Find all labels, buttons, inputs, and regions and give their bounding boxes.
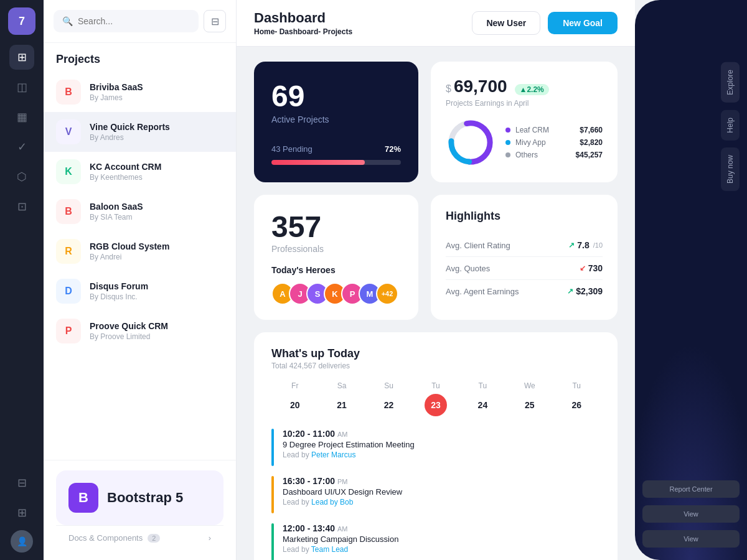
- highlight-row: Avg. Agent Earnings ↗ $2,309: [446, 280, 603, 302]
- project-icon: B: [56, 199, 81, 224]
- cal-day-name: Tu: [431, 381, 440, 390]
- sidebar-icon-grid2[interactable]: ⊞: [9, 500, 34, 525]
- cal-day-num[interactable]: 24: [471, 394, 494, 416]
- project-item[interactable]: V Vine Quick Reports By Andres: [44, 112, 236, 152]
- progress-bar-fill: [271, 160, 365, 165]
- calendar-day[interactable]: We 25: [506, 381, 553, 416]
- calendar-day[interactable]: Tu 24: [459, 381, 506, 416]
- active-projects-bottom: 43 Pending 72%: [271, 144, 401, 165]
- project-by: By Andres: [90, 133, 223, 142]
- sidebar-user-avatar[interactable]: 👤: [11, 530, 33, 553]
- view-button-2[interactable]: View: [642, 530, 740, 548]
- active-projects-label: Active Projects: [271, 114, 401, 124]
- sidebar: 7 ⊞ ◫ ▦ ✓ ⬡ ⊡ ⊟ ⊞ 👤: [0, 0, 44, 560]
- event-lead: Lead by Peter Marcus: [283, 450, 600, 459]
- project-info: Baloon SaaS By SIA Team: [90, 202, 223, 222]
- search-icon: 🔍: [62, 16, 73, 26]
- project-item[interactable]: K KC Account CRM By Keenthemes: [44, 152, 236, 192]
- highlight-label: Avg. Agent Earnings: [446, 287, 519, 296]
- event-period: AM: [337, 525, 348, 533]
- project-name: KC Account CRM: [90, 162, 223, 172]
- explore-tab[interactable]: Explore: [721, 62, 740, 103]
- sidebar-icon-layers[interactable]: ◫: [9, 75, 34, 100]
- project-item[interactable]: B Baloon SaaS By SIA Team: [44, 192, 236, 231]
- project-icon: B: [56, 80, 81, 105]
- calendar-day[interactable]: Sa 21: [318, 381, 365, 416]
- whats-up-card: What's up Today Total 424,567 deliveries…: [254, 332, 618, 560]
- project-info: Briviba SaaS By James: [90, 82, 223, 102]
- calendar-day[interactable]: Su 22: [365, 381, 412, 416]
- earnings-top: $ 69,700 ▲2.2% Projects Earnings in Apri…: [446, 77, 603, 108]
- event-bar: [271, 429, 274, 466]
- project-item[interactable]: P Proove Quick CRM By Proove Limited: [44, 311, 236, 351]
- earnings-currency: $: [446, 83, 451, 95]
- cal-day-num[interactable]: 25: [519, 394, 541, 416]
- project-list: B Briviba SaaS By James V Vine Quick Rep…: [44, 72, 236, 460]
- earnings-subtitle: Projects Earnings in April: [446, 99, 603, 108]
- cal-day-name: Tu: [572, 381, 581, 390]
- whats-up-subtitle: Total 424,567 deliveries: [271, 362, 600, 370]
- legend-dot-mivy: [505, 140, 510, 145]
- help-tab[interactable]: Help: [721, 110, 740, 141]
- event-lead-link[interactable]: Lead by Bob: [311, 498, 353, 506]
- legend-dot-leaf: [505, 128, 510, 133]
- sidebar-icon-chart[interactable]: ▦: [9, 105, 34, 129]
- project-item[interactable]: D Disqus Forum By Disqus Inc.: [44, 271, 236, 311]
- cal-day-num[interactable]: 20: [284, 394, 306, 416]
- project-by: By SIA Team: [90, 213, 223, 222]
- highlight-row: Avg. Client Rating ↗ 7.8/10: [446, 234, 603, 257]
- new-goal-button[interactable]: New Goal: [548, 12, 618, 34]
- trend-icon: ↙: [580, 264, 586, 273]
- filter-icon: ⊟: [211, 16, 219, 27]
- avatar: +42: [376, 282, 398, 305]
- docs-count: 2: [148, 534, 160, 543]
- highlight-value: ↙ 730: [580, 263, 603, 273]
- professionals-label: Professionals: [271, 244, 401, 254]
- event-desc: Marketing Campaign Discussion: [283, 534, 600, 544]
- sidebar-icon-settings[interactable]: ⊟: [9, 470, 34, 495]
- buy-tab[interactable]: Buy now: [721, 147, 740, 191]
- top-bar-actions: New User New Goal: [472, 11, 618, 35]
- calendar-day[interactable]: Fr 20: [271, 381, 318, 416]
- event-lead-link[interactable]: Peter Marcus: [311, 450, 355, 459]
- project-by: By Disqus Inc.: [90, 292, 223, 301]
- highlight-value: ↗ 7.8/10: [568, 240, 603, 250]
- sidebar-avatar[interactable]: 7: [8, 7, 35, 35]
- project-name: Disqus Forum: [90, 281, 223, 291]
- calendar-day[interactable]: Tu 23: [412, 381, 459, 416]
- event-item: 10:20 - 11:00 AM 9 Degree Project Estima…: [271, 429, 600, 466]
- cal-day-num[interactable]: 23: [425, 394, 447, 416]
- cal-day-num[interactable]: 26: [565, 394, 588, 416]
- highlights-title: Highlights: [446, 210, 603, 223]
- trend-icon: ↗: [568, 241, 575, 250]
- cal-day-num[interactable]: 22: [378, 394, 400, 416]
- pending-label: 43 Pending: [271, 144, 312, 154]
- view-button-1[interactable]: View: [642, 505, 740, 523]
- project-icon: D: [56, 279, 81, 304]
- sidebar-icon-stack[interactable]: ⬡: [9, 164, 34, 189]
- event-lead-link[interactable]: Team Lead: [311, 545, 348, 554]
- project-by: By Proove Limited: [90, 332, 223, 341]
- report-center-button[interactable]: Report Center: [642, 480, 740, 498]
- chevron-right-icon: ›: [209, 533, 211, 543]
- sidebar-icon-check[interactable]: ✓: [9, 134, 34, 159]
- project-name: Vine Quick Reports: [90, 122, 223, 132]
- project-item[interactable]: R RGB Cloud System By Andrei: [44, 231, 236, 271]
- cal-day-name: Fr: [291, 381, 298, 390]
- search-input[interactable]: [78, 16, 190, 26]
- search-input-wrap[interactable]: 🔍: [54, 10, 199, 32]
- projects-title: Projects: [44, 43, 236, 72]
- calendar-day[interactable]: Tu 26: [553, 381, 600, 416]
- cal-day-num[interactable]: 21: [331, 394, 353, 416]
- event-list: 10:20 - 11:00 AM 9 Degree Project Estima…: [271, 429, 600, 560]
- new-user-button[interactable]: New User: [472, 11, 540, 35]
- project-by: By James: [90, 93, 223, 102]
- pending-pct: 72%: [385, 144, 401, 154]
- sidebar-icon-briefcase[interactable]: ⊡: [9, 194, 34, 219]
- event-period: AM: [337, 431, 348, 438]
- docs-row[interactable]: Docs & Components 2 ›: [56, 525, 223, 550]
- project-item[interactable]: B Briviba SaaS By James: [44, 72, 236, 112]
- bootstrap-logo: B: [68, 483, 98, 513]
- sidebar-icon-grid[interactable]: ⊞: [9, 45, 34, 70]
- filter-button[interactable]: ⊟: [204, 10, 226, 32]
